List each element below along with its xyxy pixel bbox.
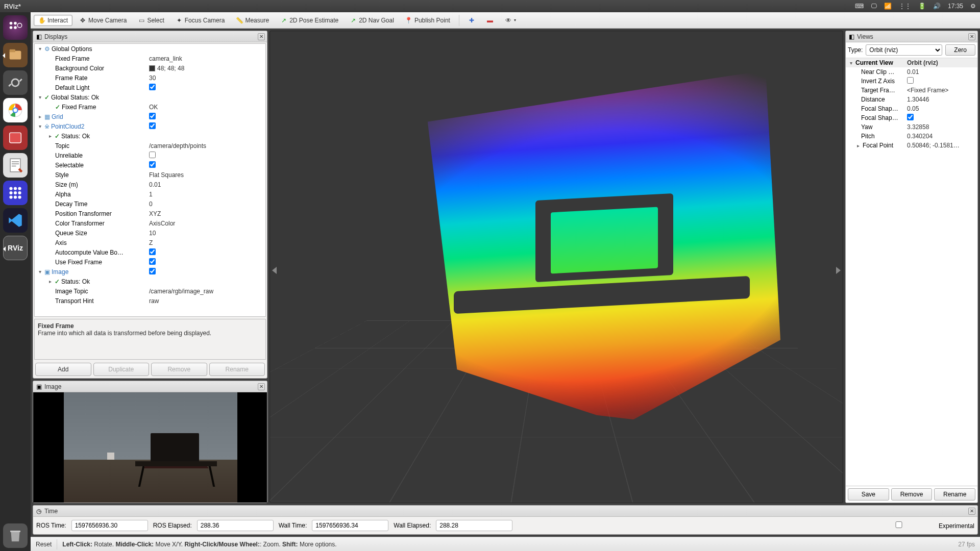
experimental-checkbox-label[interactable]: Experimental [861,521,974,530]
views-zero-button[interactable]: Zero [945,44,975,56]
remove-button[interactable]: Remove [151,363,207,376]
wifi-icon[interactable]: 📶 [884,3,892,10]
tool-focus-camera[interactable]: ✦Focus Camera [171,15,230,26]
eye-icon: 👁 [505,17,512,24]
svg-point-16 [9,191,12,194]
battery-icon[interactable]: 🔋 [918,3,926,10]
launcher-dash[interactable] [3,15,28,40]
tool-move-camera[interactable]: ✥Move Camera [75,15,131,26]
svg-point-13 [9,187,12,190]
unreliable-checkbox[interactable] [149,152,156,158]
image-checkbox[interactable] [149,268,156,274]
wall-elapsed-field[interactable] [436,520,512,531]
launcher-rviz[interactable]: RViz [3,236,28,260]
views-rename-button[interactable]: Rename [934,488,975,500]
volume-icon[interactable]: 🔊 [933,3,941,10]
ros-time-label: ROS Time: [36,522,66,529]
check-icon [55,278,60,285]
wall-time-field[interactable] [312,520,388,531]
displays-tree[interactable]: ▾⚙Global Options Fixed Framecamera_link … [34,43,266,317]
tool-publish-point[interactable]: 📍Publish Point [401,15,455,26]
add-button[interactable]: Add [35,363,91,376]
wall-elapsed-label: Wall Elapsed: [394,522,431,529]
pointcloud-icon: ※ [44,123,50,130]
system-tray: ⌨ 🖵 📶 ⋮⋮ 🔋 🔊 17:35 ⚙ [855,3,976,10]
time-close-button[interactable]: ✕ [968,508,975,515]
svg-point-2 [10,26,13,29]
launcher-screenshot[interactable] [3,126,28,150]
ros-elapsed-field[interactable] [197,520,274,531]
pin-icon: 📍 [405,17,412,24]
window-title: RViz* [4,3,855,10]
displays-title: Displays [44,33,258,40]
status-bar: Reset Left-Click: Rotate. Middle-Click: … [31,537,980,551]
focal-shape-checkbox[interactable] [907,114,914,120]
expander-icon[interactable]: ▾ [37,94,43,100]
check-icon [55,133,60,140]
unity-launcher: RViz [0,12,31,551]
gear-icon: ⚙ [44,45,50,53]
expander-icon[interactable]: ▾ [37,269,43,274]
keyboard-icon[interactable]: ⌨ [855,3,864,10]
views-remove-button[interactable]: Remove [891,488,933,500]
invert-z-checkbox[interactable] [907,77,914,84]
rename-button[interactable]: Rename [209,363,265,376]
views-close-button[interactable]: ✕ [968,33,975,40]
tool-add-marker[interactable]: ✚ [463,15,480,26]
tool-2d-pose-estimate[interactable]: ↗2D Pose Estimate [276,15,343,26]
expander-icon[interactable]: ▸ [47,133,53,139]
pointcloud-checkbox[interactable] [149,122,156,129]
image-icon: ▣ [44,268,50,276]
views-tree[interactable]: ▾Current ViewOrbit (rviz) Near Clip …0.0… [846,58,977,486]
chevron-down-icon: ▾ [514,18,516,22]
displays-description: Fixed Frame Frame into which all data is… [34,319,266,360]
expander-icon[interactable]: ▾ [37,46,43,52]
viewport-nav-right[interactable] [836,267,841,274]
tool-2d-nav-goal[interactable]: ↗2D Nav Goal [345,15,399,26]
3d-viewport[interactable] [270,31,843,503]
bluetooth-icon[interactable]: ⋮⋮ [899,3,911,10]
rviz-toolbar: ✋Interact ✥Move Camera ▭Select ✦Focus Ca… [31,12,980,29]
ros-time-field[interactable] [71,520,148,531]
display-icon[interactable]: 🖵 [871,3,877,10]
focus-icon: ✦ [176,17,183,24]
svg-point-4 [17,23,22,28]
duplicate-button[interactable]: Duplicate [93,363,150,376]
launcher-files[interactable] [3,43,28,67]
svg-point-10 [13,108,17,112]
launcher-trash[interactable] [3,523,28,548]
camera-image-view[interactable] [33,392,267,503]
launcher-app-grid[interactable] [3,181,28,205]
displays-close-button[interactable]: ✕ [258,33,265,40]
experimental-checkbox[interactable] [861,521,937,528]
check-icon [55,104,60,111]
svg-point-17 [14,191,17,194]
grid-checkbox[interactable] [149,113,156,119]
clock[interactable]: 17:35 [948,3,963,10]
tool-view-options[interactable]: 👁▾ [500,15,521,26]
launcher-chrome[interactable] [3,98,28,122]
autocompute-checkbox[interactable] [149,248,156,255]
launcher-vscode[interactable] [3,208,28,233]
use-fixed-checkbox[interactable] [149,258,156,265]
tool-measure[interactable]: 📏Measure [231,15,274,26]
launcher-system-settings[interactable] [3,70,28,95]
expander-icon[interactable]: ▸ [47,279,53,284]
default-light-checkbox[interactable] [149,84,156,90]
views-save-button[interactable]: Save [848,488,889,500]
ros-elapsed-label: ROS Elapsed: [153,522,192,529]
gear-icon[interactable]: ⚙ [970,3,976,10]
expander-icon[interactable]: ▾ [37,123,43,129]
tool-remove-marker[interactable]: ▬ [482,15,498,26]
arrow-green-icon: ↗ [280,17,287,24]
views-type-select[interactable]: Orbit (rviz) [866,44,942,56]
image-close-button[interactable]: ✕ [258,383,265,390]
svg-point-21 [18,195,21,198]
expander-icon[interactable]: ▸ [37,114,43,119]
tool-interact[interactable]: ✋Interact [34,15,72,26]
selectable-checkbox[interactable] [149,161,156,168]
tool-select[interactable]: ▭Select [133,15,168,26]
launcher-text-editor[interactable] [3,153,28,178]
viewport-nav-left[interactable] [272,267,277,274]
reset-button[interactable]: Reset [36,541,52,548]
